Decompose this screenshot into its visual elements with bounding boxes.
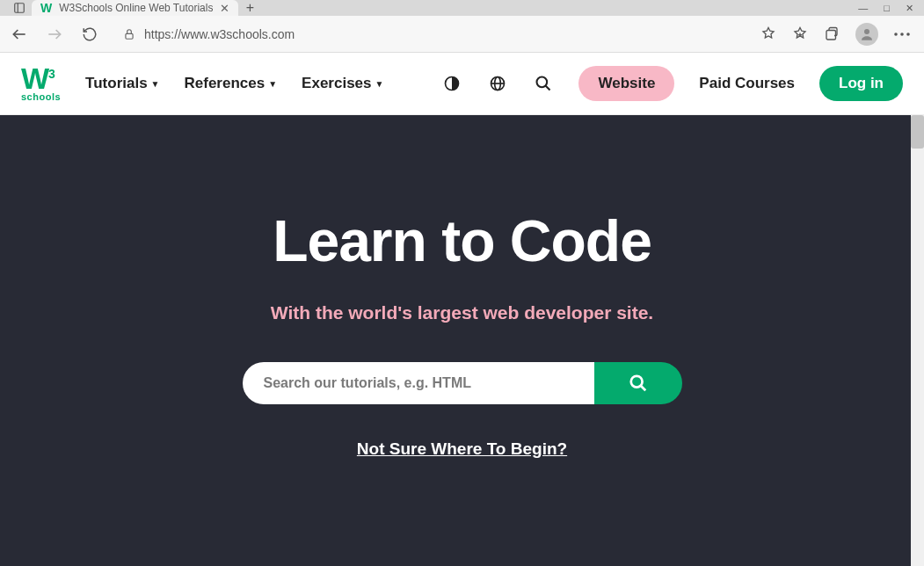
logo-subtext: schools bbox=[21, 93, 61, 102]
window-controls: — □ ✕ bbox=[858, 3, 924, 14]
nav-search-icon[interactable] bbox=[533, 73, 554, 94]
minimize-icon[interactable]: — bbox=[858, 3, 868, 14]
nav-tutorials-label: Tutorials bbox=[85, 75, 148, 92]
shopping-icon[interactable] bbox=[760, 26, 776, 42]
forward-button[interactable] bbox=[44, 24, 65, 45]
website-button[interactable]: Website bbox=[578, 66, 674, 101]
tab-favicon-icon: W bbox=[40, 1, 52, 15]
website-label: Website bbox=[598, 75, 655, 91]
maximize-icon[interactable]: □ bbox=[884, 3, 890, 14]
url-text: https://www.w3schools.com bbox=[144, 27, 295, 41]
hero-search-button[interactable] bbox=[594, 362, 682, 404]
hero: Learn to Code With the world's largest w… bbox=[0, 115, 924, 566]
close-window-icon[interactable]: ✕ bbox=[906, 3, 913, 14]
new-tab-button[interactable]: + bbox=[238, 0, 261, 16]
svg-point-8 bbox=[864, 29, 869, 34]
chevron-down-icon: ▼ bbox=[268, 79, 277, 89]
lock-icon bbox=[123, 28, 135, 40]
svg-line-19 bbox=[640, 386, 645, 391]
svg-point-10 bbox=[900, 33, 904, 36]
tab-title: W3Schools Online Web Tutorials bbox=[59, 2, 213, 14]
browser-chrome: W W3Schools Online Web Tutorials ✕ + — □… bbox=[0, 0, 924, 53]
globe-icon[interactable] bbox=[487, 73, 508, 94]
hero-subtitle: With the world's largest web developer s… bbox=[271, 302, 653, 323]
begin-link[interactable]: Not Sure Where To Begin? bbox=[357, 439, 567, 459]
paid-courses-label: Paid Courses bbox=[699, 75, 795, 91]
address-bar[interactable]: https://www.w3schools.com bbox=[114, 21, 746, 47]
paid-courses-link[interactable]: Paid Courses bbox=[699, 75, 795, 92]
tab-sidebar-icon[interactable] bbox=[7, 2, 32, 14]
address-bar-row: https://www.w3schools.com bbox=[0, 16, 924, 53]
nav-references-label: References bbox=[185, 75, 266, 92]
tab-close-icon[interactable]: ✕ bbox=[220, 2, 229, 15]
svg-point-11 bbox=[906, 33, 910, 36]
svg-rect-7 bbox=[826, 30, 836, 40]
refresh-button[interactable] bbox=[79, 24, 100, 45]
svg-rect-0 bbox=[15, 4, 25, 13]
svg-line-17 bbox=[546, 86, 550, 91]
svg-point-9 bbox=[894, 33, 898, 36]
favorites-icon[interactable] bbox=[792, 26, 808, 42]
scrollbar-thumb[interactable] bbox=[911, 115, 924, 149]
nav-exercises-label: Exercises bbox=[302, 75, 371, 92]
hero-search-input[interactable] bbox=[243, 362, 594, 404]
site-nav: W3 schools Tutorials ▼ References ▼ Exer… bbox=[0, 53, 924, 115]
svg-point-16 bbox=[537, 77, 548, 88]
hero-title: Learn to Code bbox=[273, 207, 651, 274]
nav-tutorials[interactable]: Tutorials ▼ bbox=[85, 75, 159, 92]
svg-point-18 bbox=[630, 376, 642, 388]
chevron-down-icon: ▼ bbox=[151, 79, 160, 89]
collections-icon[interactable] bbox=[824, 26, 840, 42]
logo-mark: W3 bbox=[21, 65, 55, 92]
back-button[interactable] bbox=[9, 24, 30, 45]
login-button[interactable]: Log in bbox=[819, 66, 903, 101]
login-label: Log in bbox=[839, 75, 884, 91]
browser-tab[interactable]: W W3Schools Online Web Tutorials ✕ bbox=[32, 0, 238, 16]
scrollbar[interactable] bbox=[911, 115, 924, 566]
more-icon[interactable] bbox=[894, 33, 910, 36]
tab-strip: W W3Schools Online Web Tutorials ✕ + — □… bbox=[0, 0, 924, 16]
nav-exercises[interactable]: Exercises ▼ bbox=[302, 75, 383, 92]
hero-search bbox=[243, 362, 682, 404]
chevron-down-icon: ▼ bbox=[375, 79, 384, 89]
svg-rect-4 bbox=[126, 33, 133, 39]
logo[interactable]: W3 schools bbox=[21, 65, 61, 102]
profile-icon[interactable] bbox=[855, 23, 878, 46]
nav-references[interactable]: References ▼ bbox=[185, 75, 278, 92]
theme-toggle-icon[interactable] bbox=[441, 73, 462, 94]
